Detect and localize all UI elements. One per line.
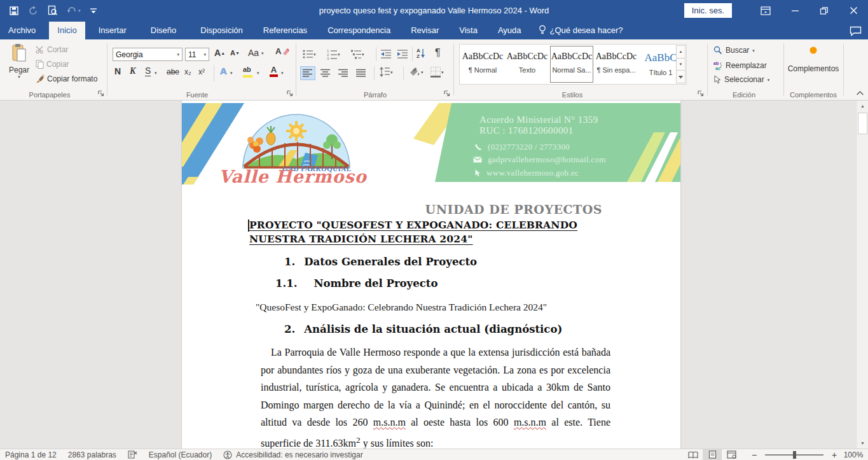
styles-dialog-launcher-icon[interactable] [697,90,705,98]
style-normal[interactable]: AaBbCcDc ¶ Normal [461,46,504,83]
numbering-button[interactable]: 123 ▾ [326,48,340,60]
save-icon[interactable] [9,6,19,16]
print-preview-icon[interactable] [47,5,58,16]
borders-button[interactable]: ▾ [430,66,444,78]
paragraph-dialog-launcher-icon[interactable] [443,90,451,98]
styles-scroll-down-icon[interactable]: ▼ [676,58,685,71]
text-effects-button[interactable]: A [220,66,227,76]
align-left-button[interactable] [300,66,315,80]
read-mode-view-icon[interactable] [684,449,703,460]
underline-button[interactable]: S [145,66,151,76]
shading-button[interactable]: ▾ [408,66,424,78]
page-indicator[interactable]: Página 1 de 12 [5,450,57,459]
document-page[interactable]: GAD PARROQUIAL Valle Hermoso Acuerdo Min… [182,101,680,449]
proofing-icon[interactable] [128,450,137,459]
highlight-dropdown-arrow[interactable]: ▾ [257,71,259,75]
cursor-arrow-icon [713,75,721,84]
paste-dropdown-arrow[interactable]: ▾ [5,74,33,79]
print-layout-view-icon[interactable] [703,449,722,460]
tab-vista[interactable]: Vista [451,22,486,39]
change-case-button[interactable]: Aa ▾ [248,48,264,58]
document-header-banner: GAD PARROQUIAL Valle Hermoso Acuerdo Min… [182,103,680,185]
shrink-font-button[interactable]: A▼ [230,49,240,57]
accessibility-status[interactable]: Accesibilidad: es necesario investigar [223,450,362,459]
tab-referencias[interactable]: Referencias [255,22,315,39]
superscript-button[interactable]: x² [198,67,205,76]
tab-revisar[interactable]: Revisar [403,22,447,39]
ribbon-home: Pegar ▾ Cortar Copiar Copiar formato Por… [0,39,868,101]
subscript-button[interactable]: x₂ [184,67,191,76]
text-effects-dropdown-arrow[interactable]: ▾ [230,71,233,75]
tab-ayuda[interactable]: Ayuda [490,22,530,39]
customize-quick-access-icon[interactable] [90,7,97,15]
word-count[interactable]: 2863 palabras [68,450,116,459]
format-painter-button[interactable]: Copiar formato [36,74,97,83]
font-family-combobox[interactable]: Georgia▾ [113,48,183,61]
zoom-slider-thumb[interactable] [793,451,796,459]
show-paragraph-marks-button[interactable]: ¶ [435,47,441,59]
font-size-combobox[interactable]: 11▾ [185,48,209,61]
replace-button[interactable]: abac Reemplazar [713,60,767,70]
select-button[interactable]: Seleccionar▾ [713,75,769,84]
pineapple [266,126,275,145]
styles-scroll-up-icon[interactable]: ▲ [676,45,685,58]
decrease-indent-button[interactable] [380,48,392,60]
minimize-button[interactable] [780,0,809,21]
tab-insertar[interactable]: Insertar [90,22,135,39]
replace-icon: abac [713,60,722,70]
undo-icon: ▾ [67,6,81,15]
styles-more-icon[interactable]: ▬▼ [676,70,685,83]
zoom-out-button[interactable]: − [750,450,759,460]
banner-ruc-text: RUC : 1768120600001 [479,125,574,136]
feedback-icon[interactable] [850,26,862,36]
sort-button[interactable]: AZ [417,48,425,59]
clear-formatting-button[interactable]: A [275,46,289,56]
tab-diseno[interactable]: Diseño [142,22,184,39]
highlight-button[interactable]: ab [243,65,253,78]
strikethrough-button[interactable]: abe [167,67,179,76]
font-dialog-launcher-icon[interactable] [286,90,294,98]
align-right-button[interactable] [336,66,351,80]
tab-correspondencia[interactable]: Correspondencia [319,22,399,39]
sign-in-button[interactable]: Inic. ses. [684,3,732,18]
clipboard-dialog-launcher-icon[interactable] [97,90,106,98]
increase-indent-button[interactable] [397,48,408,60]
ribbon-display-options-icon[interactable] [751,0,780,21]
group-label-font: Fuente [159,91,235,99]
multilevel-list-button[interactable]: ▾ [350,48,364,60]
scroll-down-icon[interactable]: ▼ [857,438,868,449]
zoom-in-button[interactable]: + [830,450,839,460]
pointer-icon [474,169,481,177]
scroll-up-icon[interactable]: ▲ [857,101,868,111]
style-texto[interactable]: AaBbCcDc Texto [506,46,549,83]
spellcheck-word: m.s.n.m [373,417,406,428]
find-button[interactable]: Buscar▾ [713,46,755,55]
font-color-dropdown-arrow[interactable]: ▾ [281,71,284,75]
italic-button[interactable]: K [130,66,135,76]
addins-button[interactable]: Complementos [787,46,839,73]
bold-button[interactable]: N [114,66,121,76]
line-spacing-button[interactable]: ▾ [379,66,393,78]
web-layout-view-icon[interactable] [722,449,741,460]
tell-me-box[interactable]: ¿Qué desea hacer? [530,21,630,39]
align-center-button[interactable] [318,66,333,80]
font-color-button[interactable]: A [270,65,278,77]
tab-archivo[interactable]: Archivo [0,22,44,39]
restore-button[interactable] [809,0,839,21]
style-sin-espaciado[interactable]: AaBbCcDc ¶ Sin espa... [595,46,638,83]
paste-button[interactable]: Pegar ▾ [5,43,33,79]
grow-font-button[interactable]: A▲ [214,48,225,58]
bullets-button[interactable]: ▾ [302,48,316,60]
zoom-level[interactable]: 100% [839,450,868,459]
underline-dropdown-arrow[interactable]: ▾ [155,71,157,75]
language-indicator[interactable]: Español (Ecuador) [149,450,212,459]
justify-button[interactable] [354,66,369,80]
tab-inicio[interactable]: Inicio [49,22,85,39]
scrollbar-thumb[interactable] [858,113,867,134]
close-button[interactable] [839,0,868,21]
vertical-scrollbar[interactable]: ▲ ▼ [856,101,868,449]
collapse-ribbon-icon[interactable] [856,90,864,96]
tab-disposicion[interactable]: Disposición [192,22,251,39]
zoom-slider[interactable] [765,454,823,456]
style-normal-sa[interactable]: AaBbCcDc Normal Sa... [550,46,593,83]
